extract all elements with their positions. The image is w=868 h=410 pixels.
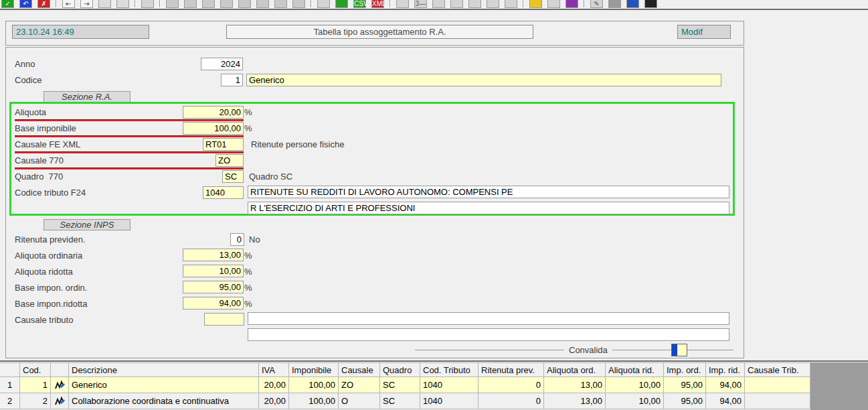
col-header-causale[interactable]: Causale [339, 362, 380, 377]
col-header-rownum[interactable] [0, 362, 20, 377]
col-header-aliquota-ord[interactable]: Aliquota ord. [544, 362, 606, 377]
doc-edit-icon[interactable] [116, 0, 129, 8]
codice-tributo-f24-input[interactable]: 1040 [203, 186, 244, 199]
base-impon-ridotta-label: Base impon.ridotta [15, 299, 87, 310]
nav-prev-icon[interactable] [184, 0, 197, 8]
confirm-icon[interactable]: ✓ [1, 0, 14, 8]
base-impon-ridotta-suffix: % [244, 299, 252, 310]
doc-next-icon[interactable]: ⇥ [80, 0, 93, 8]
aliquota-label: Aliquota [15, 107, 46, 118]
col-header-imp-ord[interactable]: Imp. ord. [664, 362, 706, 377]
aliquota-ridotta-suffix: % [244, 267, 252, 277]
causale-fe-xml-input[interactable]: RT01 [203, 138, 244, 151]
table-find-icon[interactable] [468, 0, 481, 8]
convalida-field[interactable] [671, 344, 687, 356]
aliquota-input[interactable]: 20,00 [183, 106, 244, 119]
xml-export-icon[interactable]: XML [371, 0, 384, 8]
quadro-770-description: Quadro SC [249, 172, 292, 182]
refresh-icon[interactable] [292, 0, 305, 8]
sezione-inps-header: Sezione INPS [44, 219, 131, 230]
page-title: Tabella tipo assoggettamento R.A. [226, 25, 533, 39]
help-mask-icon[interactable] [566, 0, 578, 8]
records-grid: Cod. Descrizione IVA Imponibile Causale … [0, 362, 810, 409]
keyboard-icon[interactable] [505, 0, 517, 8]
toolbar: ✓↶✗⇤⇥CSVXML3—✎ [0, 0, 868, 9]
col-header-ritenuta-prev[interactable]: Ritenuta prev. [479, 362, 544, 377]
back-arrow-icon[interactable]: ↶ [19, 0, 32, 8]
codice-input[interactable]: 1 [221, 74, 243, 86]
table-icon[interactable] [396, 0, 409, 8]
grid-right-filler [810, 362, 868, 410]
nav-first-icon[interactable] [166, 0, 179, 8]
search-icon[interactable] [238, 0, 251, 8]
base-imponibile-input[interactable]: 100,00 [183, 122, 244, 135]
causale-770-input[interactable]: ZO [215, 154, 244, 167]
col-header-cod-tributo[interactable]: Cod. Tributo [420, 362, 479, 377]
grid-header-row: Cod. Descrizione IVA Imponibile Causale … [0, 362, 810, 377]
col-header-imp-rid[interactable]: Imp. rid. [706, 362, 745, 377]
grid-top-divider [0, 360, 868, 362]
causale-tributo-input[interactable] [204, 313, 244, 326]
bulb-on-icon[interactable] [529, 0, 542, 8]
col-header-icon[interactable] [51, 362, 69, 377]
codice-description-input[interactable]: Generico [246, 74, 721, 86]
cell-aliquota-rid: 10,00 [606, 393, 664, 409]
table-search-icon[interactable] [450, 0, 463, 8]
cell-causale: ZO [339, 377, 380, 393]
toolbar-separator [584, 0, 585, 7]
codice-tributo-f24-description-line1: RITENUTE SU REDDITI DI LAVORO AUTONOMO: … [248, 186, 729, 198]
base-impon-ordin-suffix: % [244, 283, 252, 293]
col-header-causale-trib[interactable]: Causale Trib. [745, 362, 810, 377]
bulb-off-icon[interactable] [547, 0, 560, 8]
col-header-aliquota-rid[interactable]: Aliquota rid. [606, 362, 664, 377]
table-row[interactable]: 1 1 Generico 20,00 100,00 ZO SC 1040 0 1… [0, 377, 810, 393]
trash-icon[interactable] [608, 0, 621, 8]
table-row[interactable]: 2 2 Collaborazione coordinata e continua… [0, 393, 810, 409]
cancel-icon[interactable]: ✗ [37, 0, 50, 8]
print-icon[interactable] [317, 0, 330, 8]
binoculars-icon[interactable] [256, 0, 269, 8]
base-impon-ordin-input[interactable]: 95,00 [183, 281, 244, 293]
doc-prev-icon[interactable]: ⇤ [62, 0, 75, 8]
col-header-quadro[interactable]: Quadro [380, 362, 420, 377]
app-window: ✓↶✗⇤⇥CSVXML3—✎ 23.10.24 16:49 Tabella ti… [0, 0, 868, 410]
codice-tributo-f24-label: Codice tributo F24 [15, 188, 86, 198]
toolbar-separator [389, 0, 391, 7]
base-impon-ridotta-input[interactable]: 94,00 [183, 297, 244, 310]
doc-gray-icon[interactable] [98, 0, 111, 8]
csv-export-icon[interactable]: CSV [353, 0, 366, 8]
ritenuta-previden-input[interactable]: 0 [230, 233, 244, 246]
clipboard-icon[interactable] [141, 0, 154, 8]
grid-export-icon[interactable] [335, 0, 348, 8]
base-imponibile-label: Base imponibile [15, 123, 76, 134]
col-header-iva[interactable]: IVA [259, 362, 289, 377]
binoculars-plus-icon[interactable] [274, 0, 287, 8]
nav-last-icon[interactable] [220, 0, 233, 8]
toolbar-separator [135, 0, 136, 7]
aliquota-suffix: % [244, 107, 252, 118]
row-number: 1 [0, 377, 20, 393]
sum-icon[interactable]: 3— [414, 0, 427, 8]
pencil-icon[interactable]: ✎ [590, 0, 603, 8]
causale-tributo-description-line1 [248, 312, 729, 325]
nav-next-icon[interactable] [202, 0, 215, 8]
aliquota-ridotta-input[interactable]: 10,00 [183, 265, 244, 277]
quadro-770-input[interactable]: SC [222, 170, 244, 183]
aliquota-ordinaria-suffix: % [244, 251, 252, 261]
anno-input[interactable]: 2024 [201, 58, 243, 70]
calculator-icon[interactable] [626, 0, 639, 8]
col-header-descrizione[interactable]: Descrizione [69, 362, 259, 377]
cell-cod-tributo: 1040 [420, 377, 479, 393]
toolbar-separator [523, 0, 524, 7]
chart-edit-icon [55, 397, 65, 406]
cell-imp-rid: 94,00 [706, 377, 745, 393]
codice-tributo-f24-description-line2: R L'ESERCIZIO DI ARTI E PROFESSIONI [248, 202, 729, 214]
col-header-cod[interactable]: Cod. [20, 362, 51, 377]
toolbar-separator [159, 0, 161, 7]
cell-imponibile: 100,00 [289, 377, 339, 393]
find-edit-icon[interactable] [432, 0, 445, 8]
aliquota-ordinaria-input[interactable]: 13,00 [183, 249, 244, 261]
table-filter-icon[interactable] [487, 0, 499, 8]
col-header-imponibile[interactable]: Imponibile [289, 362, 339, 377]
clock-icon[interactable] [644, 0, 657, 8]
